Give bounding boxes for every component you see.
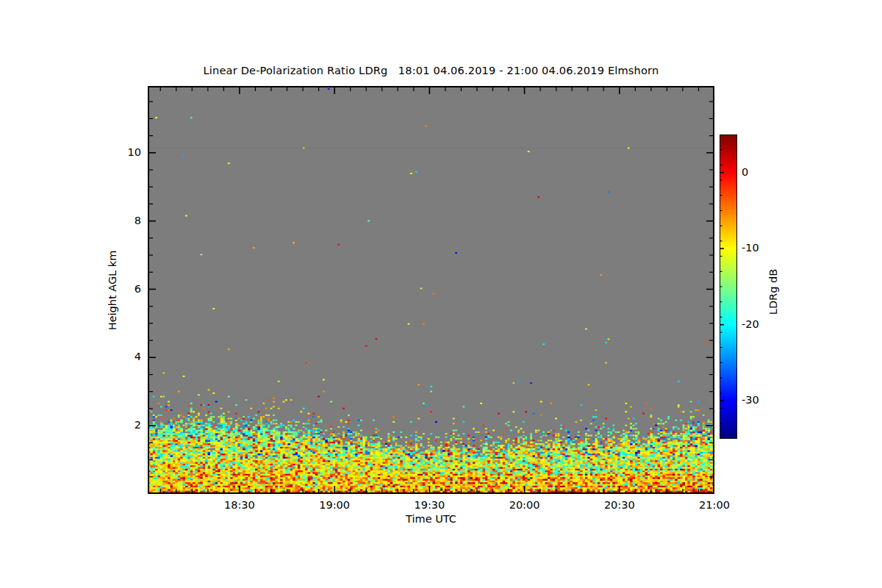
y-tick-label: 10: [94, 146, 141, 158]
x-tick-label: 20:30: [590, 499, 649, 511]
x-axis-label: Time UTC: [148, 513, 714, 525]
colorbar-tick-label: -10: [742, 242, 775, 254]
y-tick-label: 4: [94, 351, 141, 362]
chart-container: Linear De-Polarization Ratio LDRg 18:01 …: [0, 0, 882, 588]
colorbar-label: LDRg dB: [767, 269, 779, 315]
colorbar-canvas: [720, 135, 737, 439]
colorbar-tick-label: 0: [742, 166, 775, 178]
x-tick-label: 19:00: [305, 499, 364, 511]
heatmap-plot-canvas: [148, 86, 714, 494]
chart-title: Linear De-Polarization Ratio LDRg 18:01 …: [148, 65, 714, 76]
x-tick-label: 21:00: [685, 499, 744, 511]
x-tick-label: 18:30: [210, 499, 269, 511]
x-tick-label: 19:30: [400, 499, 459, 511]
x-tick-label: 20:00: [495, 499, 554, 511]
colorbar-tick-label: -30: [742, 394, 775, 406]
y-tick-label: 2: [94, 419, 141, 431]
y-tick-label: 8: [94, 215, 141, 226]
y-tick-label: 6: [94, 283, 141, 295]
colorbar-tick-label: -20: [742, 318, 775, 330]
